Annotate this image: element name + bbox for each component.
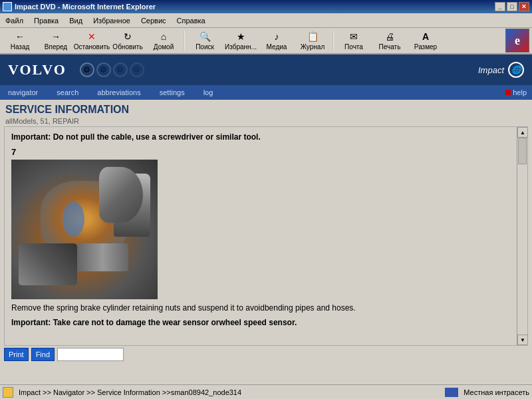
print-action-button[interactable]: Print: [4, 348, 29, 361]
scrollbar[interactable]: ▲ ▼: [517, 127, 527, 345]
window-title: Impact DVD - Microsoft Internet Explorer: [15, 3, 156, 11]
engine-image: [11, 160, 158, 299]
mail-label: Почта: [344, 43, 363, 51]
refresh-label: Обновить: [112, 43, 142, 51]
home-icon: ⌂: [157, 31, 170, 43]
menu-bar: Файл Правка Вид Избранное Сервис Справка: [0, 13, 532, 28]
back-button[interactable]: ← Назад: [3, 29, 37, 53]
gear-icon-3: ⚙: [113, 63, 128, 77]
nav-search[interactable]: search: [54, 87, 81, 98]
status-bar: Impact >> Navigator >> Service Informati…: [0, 384, 532, 399]
impact-label: Impact: [478, 65, 504, 75]
volvo-decorations: ⚙ ⚙ ⚙ ⚙: [80, 63, 144, 77]
nav-abbreviations[interactable]: abbreviations: [94, 87, 143, 98]
service-info-header: SERVICE INFORMATION allModels, 51, REPAI…: [0, 100, 532, 126]
search-label: Поиск: [196, 43, 214, 51]
stop-button[interactable]: ✕ Остановить: [74, 29, 109, 53]
engine-part-3: [77, 243, 128, 271]
find-action-button[interactable]: Find: [31, 348, 55, 361]
nav-log[interactable]: log: [201, 87, 216, 98]
gear-icon-1: ⚙: [80, 63, 94, 77]
service-info-title: SERVICE INFORMATION: [5, 104, 527, 116]
menu-file[interactable]: Файл: [0, 15, 29, 26]
favorites-label: Избранн...: [225, 43, 257, 51]
stop-label: Остановить: [74, 43, 110, 51]
scroll-down-arrow[interactable]: ▼: [517, 334, 528, 345]
history-button[interactable]: 📋 Журнал: [295, 29, 330, 53]
forward-label: Вперед: [45, 43, 67, 51]
window-controls: _ □ ✕: [495, 2, 529, 11]
browser-toolbar: ← Назад → Вперед ✕ Остановить ↻ Обновить…: [0, 28, 532, 55]
nav-settings[interactable]: settings: [157, 87, 188, 98]
refresh-button[interactable]: ↻ Обновить: [110, 29, 145, 53]
back-label: Назад: [11, 43, 30, 51]
print-label: Печать: [379, 43, 401, 51]
help-label: help: [513, 88, 527, 96]
close-button[interactable]: ✕: [519, 2, 529, 11]
status-network: Местная интрасеть: [445, 388, 529, 397]
stop-icon: ✕: [85, 31, 98, 43]
back-icon: ←: [13, 31, 27, 43]
title-bar: Impact DVD - Microsoft Internet Explorer…: [0, 0, 532, 13]
network-label: Местная интрасеть: [464, 388, 529, 396]
ie-logo: e: [505, 29, 529, 53]
impact-logo: Impact 🌐: [478, 62, 524, 78]
mail-icon: ✉: [347, 31, 360, 43]
globe-icon: 🌐: [508, 62, 524, 78]
toolbar-separator-2: [332, 31, 334, 51]
mail-button[interactable]: ✉ Почта: [336, 29, 371, 53]
volvo-logo: VOLVO: [8, 61, 66, 78]
size-button[interactable]: A Размер: [408, 29, 443, 53]
size-label: Размер: [414, 43, 437, 51]
menu-view[interactable]: Вид: [64, 15, 88, 26]
nav-navigator[interactable]: navigator: [5, 87, 41, 98]
menu-help[interactable]: Справка: [172, 15, 211, 26]
bottom-action-bar: Print Find: [0, 346, 532, 363]
engine-image-inner: [11, 160, 158, 299]
maximize-button[interactable]: □: [507, 2, 517, 11]
menu-favorites[interactable]: Избранное: [88, 15, 136, 26]
search-button[interactable]: 🔍 Поиск: [188, 29, 222, 53]
history-label: Журнал: [301, 43, 325, 51]
media-button[interactable]: ♪ Медиа: [259, 29, 294, 53]
size-icon: A: [419, 31, 432, 43]
refresh-icon: ↻: [121, 31, 134, 43]
toolbar-separator-1: [184, 31, 185, 51]
help-square-icon: [505, 90, 511, 95]
media-label: Медиа: [267, 43, 287, 51]
nav-bar: navigator search abbreviations settings …: [0, 85, 532, 100]
content-box: Important: Do not pull the cable, use a …: [4, 126, 528, 346]
minimize-button[interactable]: _: [495, 2, 505, 11]
forward-button[interactable]: → Вперед: [39, 29, 73, 53]
scroll-up-arrow[interactable]: ▲: [517, 127, 528, 138]
engine-part-fluid: [63, 201, 84, 237]
status-path: Impact >> Navigator >> Service Informati…: [3, 387, 445, 398]
important-text-1: Important: Do not pull the cable, use a …: [11, 132, 511, 142]
gear-icon-4: ⚙: [130, 63, 144, 77]
favorites-icon: ★: [234, 31, 247, 43]
print-button[interactable]: 🖨 Печать: [372, 29, 407, 53]
network-icon: [445, 388, 458, 397]
menu-edit[interactable]: Правка: [29, 15, 64, 26]
history-icon: 📋: [306, 31, 319, 43]
menu-tools[interactable]: Сервис: [136, 15, 172, 26]
scroll-thumb[interactable]: [518, 138, 527, 164]
content-inner: Important: Do not pull the cable, use a …: [5, 127, 527, 345]
status-icon: [3, 387, 13, 398]
nav-help[interactable]: help: [505, 88, 527, 96]
breadcrumb: allModels, 51, REPAIR: [5, 117, 527, 125]
search-icon: 🔍: [198, 31, 211, 43]
home-label: Домой: [154, 43, 174, 51]
gear-icon-2: ⚙: [96, 63, 111, 77]
step-number: 7: [11, 147, 511, 157]
favorites-button[interactable]: ★ Избранн...: [223, 29, 258, 53]
description-text: Remove the spring brake cylinder retaini…: [11, 303, 511, 313]
home-button[interactable]: ⌂ Домой: [146, 29, 181, 53]
find-input[interactable]: [57, 348, 124, 361]
forward-icon: →: [49, 31, 63, 43]
scroll-track[interactable]: [517, 138, 527, 334]
important-text-2: Important: Take care not to damage the w…: [11, 318, 511, 327]
engine-part-2: [114, 174, 150, 237]
volvo-header: VOLVO ⚙ ⚙ ⚙ ⚙ Impact 🌐: [0, 55, 532, 85]
media-icon: ♪: [270, 31, 283, 43]
